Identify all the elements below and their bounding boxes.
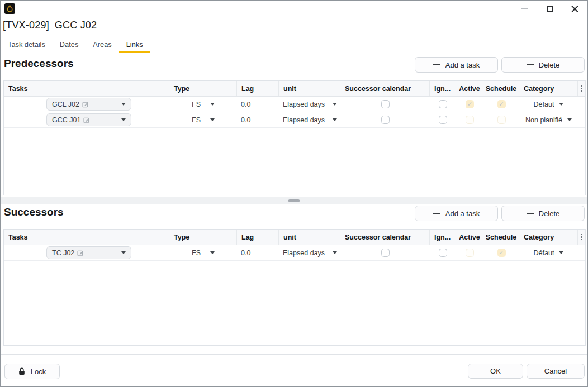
type-select[interactable]: FS (169, 245, 237, 260)
unit-select[interactable]: Elapsed days (279, 245, 340, 260)
schedule-checkbox (497, 249, 506, 257)
chevron-down-icon (210, 251, 215, 254)
column-menu-icon (578, 234, 585, 241)
col-unit: unit (279, 230, 340, 245)
chevron-down-icon (121, 103, 126, 106)
col-unit: unit (279, 81, 340, 96)
minimize-button[interactable] (512, 1, 537, 17)
column-menu-icon (578, 85, 585, 92)
col-category: Category (519, 81, 578, 96)
section-splitter (1, 197, 587, 204)
column-menu[interactable] (578, 230, 585, 245)
ok-button[interactable]: OK (468, 364, 523, 379)
schedule-checkbox (497, 100, 506, 108)
successors-table-header: Tasks Type Lag unit Successor calendar I… (4, 230, 585, 245)
lag-value[interactable]: 0.0 (237, 245, 279, 260)
column-menu[interactable] (578, 81, 585, 96)
task-select[interactable]: GCL J02 (46, 98, 131, 111)
lag-value[interactable]: 0.0 (237, 97, 279, 112)
tab-dates[interactable]: Dates (53, 36, 86, 52)
successor-calendar-checkbox[interactable] (381, 116, 390, 124)
close-icon (571, 6, 578, 13)
task-select[interactable]: GCC J01 (46, 113, 131, 126)
type-select[interactable]: FS (169, 112, 237, 127)
tab-task-details[interactable]: Task details (1, 36, 53, 52)
minus-icon (527, 213, 534, 214)
col-lag: Lag (237, 81, 279, 96)
predecessors-heading: Predecessors (4, 58, 74, 70)
tab-links[interactable]: Links (119, 36, 150, 52)
chevron-down-icon (559, 103, 563, 106)
predecessors-delete-button[interactable]: Delete (501, 57, 585, 73)
plus-icon (433, 210, 440, 217)
table-row: GCC J01 FS 0.0 Elapsed days Non planifié (4, 112, 585, 128)
chevron-down-icon (333, 251, 337, 254)
col-active: Active (456, 81, 483, 96)
ignore-checkbox[interactable] (439, 249, 447, 257)
predecessors-add-task-button[interactable]: Add a task (415, 57, 498, 73)
chevron-down-icon (333, 103, 337, 106)
maximize-button[interactable] (537, 1, 562, 17)
active-checkbox (466, 100, 474, 108)
col-successor-calendar: Successor calendar (340, 230, 430, 245)
row-indent (4, 97, 44, 112)
successor-calendar-checkbox[interactable] (381, 249, 390, 257)
table-row: GCL J02 FS 0.0 Elapsed days Défaut (4, 97, 585, 112)
maximize-icon (547, 6, 553, 12)
page-title: [TVX-029]GCC J02 (3, 20, 97, 31)
task-code: [TVX-029] (3, 20, 49, 31)
col-type: Type (169, 81, 237, 96)
predecessors-table: Tasks Type Lag unit Successor calendar I… (3, 80, 586, 195)
row-indent (4, 112, 44, 127)
successors-add-task-button[interactable]: Add a task (415, 206, 498, 221)
lock-icon (18, 367, 25, 375)
category-select[interactable]: Défaut (519, 245, 578, 260)
type-select[interactable]: FS (169, 97, 237, 112)
lag-value[interactable]: 0.0 (237, 112, 279, 127)
schedule-checkbox (497, 116, 506, 124)
lock-button[interactable]: Lock (4, 364, 60, 379)
edit-icon (77, 250, 84, 256)
edit-icon (82, 101, 89, 108)
chevron-down-icon (210, 118, 215, 121)
col-active: Active (456, 230, 483, 245)
close-button[interactable] (562, 1, 587, 17)
unit-select[interactable]: Elapsed days (279, 112, 340, 127)
predecessors-table-header: Tasks Type Lag unit Successor calendar I… (4, 81, 585, 97)
chevron-down-icon (333, 118, 337, 121)
category-select[interactable]: Défaut (519, 97, 578, 112)
plus-icon (433, 61, 440, 69)
tab-areas[interactable]: Areas (86, 36, 118, 52)
category-select[interactable]: Non planifié (519, 112, 578, 127)
col-tasks: Tasks (4, 81, 169, 96)
table-row: TC J02 FS 0.0 Elapsed days Défaut (4, 245, 585, 261)
task-name: GCC J02 (55, 20, 97, 31)
titlebar (1, 1, 587, 17)
successors-delete-button[interactable]: Delete (501, 206, 585, 221)
unit-select[interactable]: Elapsed days (279, 97, 340, 112)
cancel-button[interactable]: Cancel (527, 364, 585, 379)
col-type: Type (169, 230, 237, 245)
task-select[interactable]: TC J02 (46, 246, 131, 259)
ignore-checkbox[interactable] (439, 116, 447, 124)
tab-bar: Task details Dates Areas Links (1, 36, 587, 52)
successor-calendar-checkbox[interactable] (381, 100, 390, 108)
col-ignore: Ign... (430, 230, 456, 245)
col-tasks: Tasks (4, 230, 169, 245)
edit-icon (83, 117, 90, 123)
col-successor-calendar: Successor calendar (340, 81, 430, 96)
app-icon (4, 3, 15, 14)
successors-table: Tasks Type Lag unit Successor calendar I… (3, 229, 586, 346)
chevron-down-icon (567, 118, 572, 121)
splitter-handle[interactable] (288, 199, 300, 202)
ignore-checkbox[interactable] (439, 100, 447, 108)
minus-icon (527, 64, 534, 65)
row-indent (4, 245, 44, 260)
active-checkbox (466, 116, 474, 124)
col-category: Category (519, 230, 578, 245)
chevron-down-icon (210, 103, 215, 106)
chevron-down-icon (559, 251, 563, 254)
col-schedule: Schedule (483, 230, 519, 245)
task-dialog-window: [TVX-029]GCC J02 Task details Dates Area… (0, 0, 588, 387)
minimize-icon (521, 8, 528, 9)
